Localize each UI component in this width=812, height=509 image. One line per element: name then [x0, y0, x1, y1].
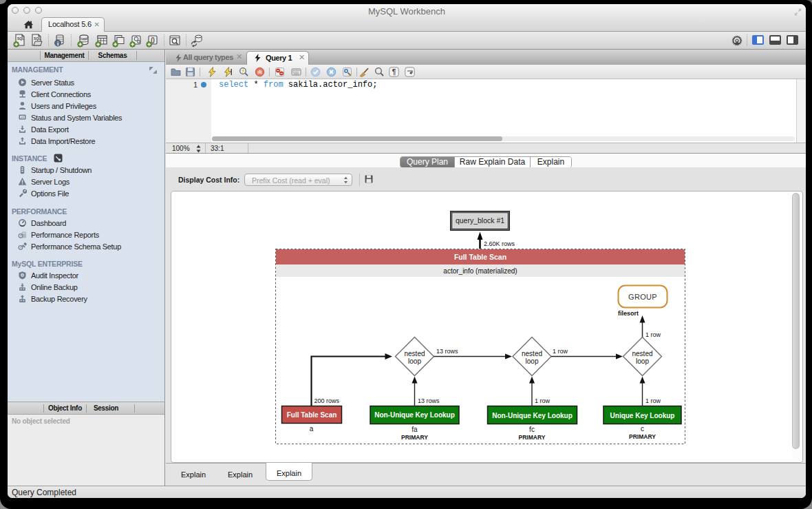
svg-text:¶: ¶: [392, 68, 396, 76]
svg-text:SQL: SQL: [17, 37, 24, 41]
svg-text:SQL: SQL: [34, 37, 41, 41]
svg-text:(): (): [151, 37, 155, 43]
